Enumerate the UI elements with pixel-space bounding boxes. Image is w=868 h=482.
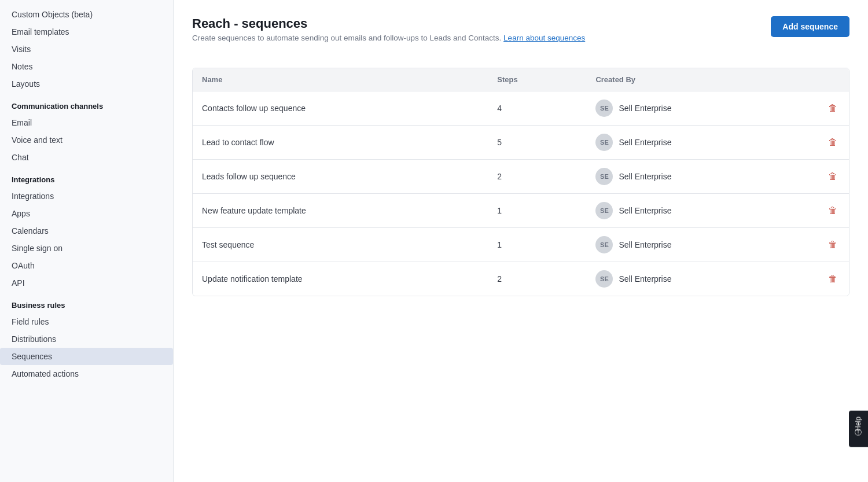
sidebar-item-api[interactable]: API bbox=[0, 274, 173, 292]
sequence-created-by: SESell Enterprise bbox=[586, 160, 783, 194]
sidebar-item-calendars[interactable]: Calendars bbox=[0, 222, 173, 240]
sequence-actions: 🗑 bbox=[784, 91, 849, 126]
delete-sequence-button[interactable]: 🗑 bbox=[826, 135, 840, 150]
sidebar-item-chat[interactable]: Chat bbox=[0, 149, 173, 166]
table-row[interactable]: Leads follow up sequence2SESell Enterpri… bbox=[193, 160, 849, 194]
sequence-name: Update notification template bbox=[193, 262, 488, 296]
delete-sequence-button[interactable]: 🗑 bbox=[826, 203, 840, 218]
sidebar-item-custom-objects[interactable]: Custom Objects (beta) bbox=[0, 6, 173, 23]
header-text: Reach - sequences Create sequences to au… bbox=[192, 16, 759, 56]
created-by-name: Sell Enterprise bbox=[619, 274, 671, 284]
learn-link[interactable]: Learn about sequences bbox=[503, 34, 585, 42]
avatar: SE bbox=[595, 100, 613, 117]
table-row[interactable]: Test sequence1SESell Enterprise🗑 bbox=[193, 228, 849, 262]
sidebar-item-distributions[interactable]: Distributions bbox=[0, 330, 173, 348]
sequence-steps: 1 bbox=[488, 228, 586, 262]
sequence-steps: 4 bbox=[488, 91, 586, 126]
sidebar-item-email-templates[interactable]: Email templates bbox=[0, 23, 173, 41]
sidebar: Custom Objects (beta)Email templatesVisi… bbox=[0, 0, 174, 482]
delete-sequence-button[interactable]: 🗑 bbox=[826, 271, 840, 286]
col-action bbox=[784, 68, 849, 91]
sequences-table: Name Steps Created By Contacts follow up… bbox=[193, 68, 849, 296]
sequence-name: Leads follow up sequence bbox=[193, 160, 488, 194]
created-by-name: Sell Enterprise bbox=[619, 138, 671, 147]
sequence-created-by: SESell Enterprise bbox=[586, 228, 783, 262]
table-row[interactable]: Lead to contact flow5SESell Enterprise🗑 bbox=[193, 126, 849, 160]
sidebar-item-sequences[interactable]: Sequences bbox=[0, 348, 173, 365]
sidebar-item-visits[interactable]: Visits bbox=[0, 41, 173, 58]
sidebar-item-email[interactable]: Email bbox=[0, 114, 173, 131]
help-icon: ⓘ bbox=[854, 435, 863, 441]
sequence-actions: 🗑 bbox=[784, 160, 849, 194]
sequence-actions: 🗑 bbox=[784, 194, 849, 228]
sequence-steps: 5 bbox=[488, 126, 586, 160]
sidebar-section-integrations: Integrations bbox=[0, 166, 173, 187]
page-header: Reach - sequences Create sequences to au… bbox=[192, 16, 849, 56]
created-by-name: Sell Enterprise bbox=[619, 172, 671, 181]
col-created: Created By bbox=[586, 68, 783, 91]
sidebar-section-communication-channels: Communication channels bbox=[0, 93, 173, 114]
add-sequence-button[interactable]: Add sequence bbox=[771, 16, 849, 37]
table-row[interactable]: Update notification template2SESell Ente… bbox=[193, 262, 849, 296]
sequence-name: Test sequence bbox=[193, 228, 488, 262]
sequences-table-container: Name Steps Created By Contacts follow up… bbox=[192, 68, 849, 296]
help-tab[interactable]: ⓘ Help bbox=[849, 411, 868, 447]
sidebar-item-apps[interactable]: Apps bbox=[0, 205, 173, 222]
table-header: Name Steps Created By bbox=[193, 68, 849, 91]
delete-sequence-button[interactable]: 🗑 bbox=[826, 237, 840, 252]
sequence-created-by: SESell Enterprise bbox=[586, 91, 783, 126]
avatar: SE bbox=[595, 134, 613, 151]
col-steps: Steps bbox=[488, 68, 586, 91]
delete-sequence-button[interactable]: 🗑 bbox=[826, 101, 840, 116]
subtitle-text: Create sequences to automate sending out… bbox=[192, 34, 501, 42]
sidebar-item-automated-actions[interactable]: Automated actions bbox=[0, 365, 173, 382]
sequence-actions: 🗑 bbox=[784, 126, 849, 160]
col-name: Name bbox=[193, 68, 488, 91]
sequence-steps: 1 bbox=[488, 194, 586, 228]
sidebar-item-layouts[interactable]: Layouts bbox=[0, 75, 173, 93]
table-header-row: Name Steps Created By bbox=[193, 68, 849, 91]
sidebar-item-notes[interactable]: Notes bbox=[0, 58, 173, 75]
sidebar-item-field-rules[interactable]: Field rules bbox=[0, 313, 173, 330]
sequences-tbody: Contacts follow up sequence4SESell Enter… bbox=[193, 91, 849, 296]
sequence-created-by: SESell Enterprise bbox=[586, 194, 783, 228]
sequence-actions: 🗑 bbox=[784, 228, 849, 262]
sequence-actions: 🗑 bbox=[784, 262, 849, 296]
help-label: Help bbox=[855, 417, 863, 431]
page-title: Reach - sequences bbox=[192, 16, 759, 31]
sequence-name: Lead to contact flow bbox=[193, 126, 488, 160]
sidebar-item-oauth[interactable]: OAuth bbox=[0, 257, 173, 274]
sequence-steps: 2 bbox=[488, 262, 586, 296]
created-by-name: Sell Enterprise bbox=[619, 240, 671, 249]
created-by-name: Sell Enterprise bbox=[619, 206, 671, 215]
sequence-created-by: SESell Enterprise bbox=[586, 126, 783, 160]
avatar: SE bbox=[595, 202, 613, 219]
main-content: Reach - sequences Create sequences to au… bbox=[174, 0, 868, 482]
avatar: SE bbox=[595, 236, 613, 253]
sequence-name: Contacts follow up sequence bbox=[193, 91, 488, 126]
delete-sequence-button[interactable]: 🗑 bbox=[826, 169, 840, 184]
sidebar-item-voice-and-text[interactable]: Voice and text bbox=[0, 131, 173, 149]
table-row[interactable]: New feature update template1SESell Enter… bbox=[193, 194, 849, 228]
sequence-created-by: SESell Enterprise bbox=[586, 262, 783, 296]
sidebar-section-business-rules: Business rules bbox=[0, 292, 173, 313]
sequence-name: New feature update template bbox=[193, 194, 488, 228]
avatar: SE bbox=[595, 168, 613, 185]
created-by-name: Sell Enterprise bbox=[619, 104, 671, 113]
sidebar-item-integrations[interactable]: Integrations bbox=[0, 187, 173, 205]
avatar: SE bbox=[595, 270, 613, 288]
page-subtitle: Create sequences to automate sending out… bbox=[192, 34, 759, 42]
table-row[interactable]: Contacts follow up sequence4SESell Enter… bbox=[193, 91, 849, 126]
sequence-steps: 2 bbox=[488, 160, 586, 194]
sidebar-item-single-sign-on[interactable]: Single sign on bbox=[0, 240, 173, 257]
